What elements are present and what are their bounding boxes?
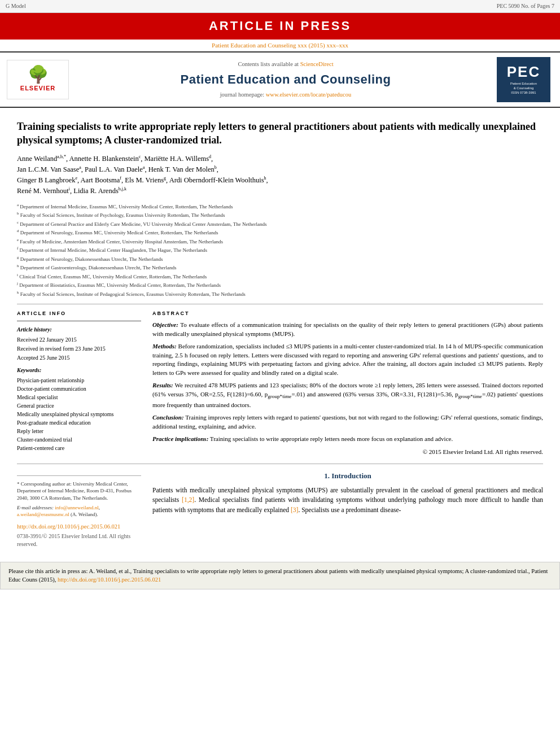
citation-box: Please cite this article in press as: A.… <box>0 562 560 590</box>
section-divider-1 <box>17 304 543 304</box>
journal-title: Patient Education and Counseling <box>80 71 491 89</box>
keyword-6: Post-graduate medical education <box>17 419 141 427</box>
contents-line: Contents lists available at ScienceDirec… <box>80 60 491 69</box>
info-divider <box>17 321 141 321</box>
intro-text: Patients with medically unexplained phys… <box>152 486 543 515</box>
doi-link[interactable]: http://dx.doi.org/10.1016/j.pec.2015.06.… <box>17 523 120 530</box>
elsevier-logo-area: 🌳 ELSEVIER <box>7 60 75 99</box>
intro-heading: 1. Introduction <box>152 471 543 481</box>
intro-section: * Corresponding author at: University Me… <box>17 471 543 548</box>
accepted-date: Accepted 25 June 2015 <box>17 354 141 362</box>
full-divider <box>17 464 543 464</box>
elsevier-logo: 🌳 ELSEVIER <box>7 60 69 99</box>
elsevier-text: ELSEVIER <box>20 84 55 93</box>
abstract-objective: Objective: To evaluate effects of a comm… <box>152 321 543 339</box>
pec-logo: PEC Patient Education& CounselingISSN 07… <box>497 57 550 102</box>
email1-link[interactable]: info@anneweiland.nl <box>55 505 99 510</box>
pec-logo-area: PEC Patient Education& CounselingISSN 07… <box>497 57 553 102</box>
history-label: Article history: <box>17 326 141 334</box>
g-model-label: G Model <box>6 2 26 10</box>
objective-text: To evaluate effects of a communication t… <box>152 321 543 337</box>
top-bar: G Model PEC 5090 No. of Pages 7 <box>0 0 560 13</box>
conclusion-label: Conclusion: <box>152 414 184 421</box>
article-info-heading: ARTICLE INFO <box>17 310 141 317</box>
issn-line: 0738-3991/© 2015 Elsevier Ireland Ltd. A… <box>17 532 141 548</box>
practice-label: Practice implications: <box>152 435 208 442</box>
affiliations: a Department of Internal Medicine, Erasm… <box>17 202 543 299</box>
trained-word: Trained <box>482 382 501 388</box>
main-content: Training specialists to write appropriat… <box>0 108 560 554</box>
received-date: Received 22 January 2015 <box>17 336 141 344</box>
abstract-practice: Practice implications: Training speciali… <box>152 435 543 444</box>
abstract-methods: Methods: Before randomization, specialis… <box>152 342 543 378</box>
methods-label: Methods: <box>152 343 177 350</box>
keyword-9: Patient-centered care <box>17 444 141 452</box>
keyword-2: Doctor-patient communication <box>17 385 141 393</box>
authors: Anne Weilanda,b,*, Annette H. Blankenste… <box>17 154 543 196</box>
pec-logo-letters: PEC <box>507 64 540 79</box>
ref2-link[interactable]: [3] <box>291 506 298 513</box>
doi-line: http://dx.doi.org/10.1016/j.pec.2015.06.… <box>17 523 141 531</box>
keyword-3: Medical specialist <box>17 394 141 401</box>
keyword-8: Cluster-randomized trial <box>17 436 141 444</box>
keyword-1: Physician-patient relationship <box>17 377 141 385</box>
abstract-heading: ABSTRACT <box>152 310 543 317</box>
journal-header: 🌳 ELSEVIER Contents lists available at S… <box>0 53 560 107</box>
pec-logo-subtitle: Patient Education& CounselingISSN 0738-3… <box>510 81 537 95</box>
homepage-url[interactable]: www.elsevier.com/locate/pateducou <box>266 91 352 98</box>
journal-link[interactable]: Patient Education and Counseling xxx (20… <box>212 42 348 49</box>
journal-homepage-line: journal homepage: www.elsevier.com/locat… <box>80 91 491 99</box>
keywords-label: Keywords: <box>17 366 141 374</box>
abstract-conclusion: Conclusion: Training improves reply lett… <box>152 413 543 431</box>
conclusion-text: Training improves reply letters with reg… <box>152 414 543 430</box>
article-info-column: ARTICLE INFO Article history: Received 2… <box>17 310 141 457</box>
article-in-press-banner: ARTICLE IN PRESS <box>0 13 560 40</box>
footnote-area: * Corresponding author at: University Me… <box>17 475 141 518</box>
journal-header-center: Contents lists available at ScienceDirec… <box>80 60 491 99</box>
journal-link-line: Patient Education and Counseling xxx (20… <box>0 40 560 51</box>
keyword-4: General practice <box>17 402 141 410</box>
keyword-7: Reply letter <box>17 427 141 435</box>
email2-link[interactable]: a.weiland@erasmusmc.nl <box>17 512 69 517</box>
sciencedirect-link[interactable]: ScienceDirect <box>300 61 334 67</box>
keyword-5: Medically unexplained physical symptoms <box>17 410 141 418</box>
citation-doi-link[interactable]: http://dx.doi.org/10.1016/j.pec.2015.06.… <box>58 576 161 583</box>
practice-text: Training specialists to write appropriat… <box>210 435 453 442</box>
abstract-column: ABSTRACT Objective: To evaluate effects … <box>152 310 543 457</box>
article-title: Training specialists to write appropriat… <box>17 120 543 147</box>
email-line: E-mail addresses: info@anneweiland.nl, a… <box>17 504 141 518</box>
model-number: PEC 5090 No. of Pages 7 <box>497 2 554 10</box>
two-col-section: ARTICLE INFO Article history: Received 2… <box>17 310 543 457</box>
objective-label: Objective: <box>152 321 178 328</box>
copyright-line: © 2015 Elsevier Ireland Ltd. All rights … <box>152 448 543 456</box>
keywords-section: Keywords: Physician-patient relationship… <box>17 366 141 452</box>
revised-date: Received in revised form 23 June 2015 <box>17 345 141 353</box>
abstract-results: Results: We recruited 478 MUPS patients … <box>152 381 543 409</box>
results-text: We recruited 478 MUPS patients and 123 s… <box>152 382 543 408</box>
intro-right: 1. Introduction Patients with medically … <box>152 471 543 548</box>
intro-left: * Corresponding author at: University Me… <box>17 471 141 548</box>
results-label: Results: <box>152 382 173 388</box>
footnote-asterisk: * Corresponding author at: University Me… <box>17 480 141 502</box>
elsevier-tree-icon: 🌳 <box>28 66 49 83</box>
methods-text: Before randomization, specialists includ… <box>152 343 543 377</box>
ref1-link[interactable]: [1,2] <box>182 496 194 503</box>
